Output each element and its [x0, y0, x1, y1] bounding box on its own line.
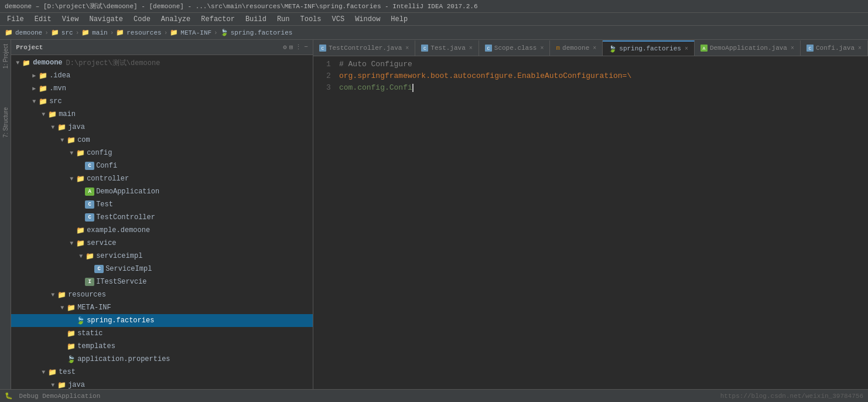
- menu-help[interactable]: Help: [386, 14, 412, 25]
- arrow-config: ▼: [67, 150, 76, 156]
- tree-path-demoone: D:\project\测试\demoone: [66, 58, 160, 68]
- tree-label-serviceimpl: serviceimpl: [96, 252, 142, 260]
- menu-edit[interactable]: Edit: [30, 14, 56, 25]
- tree-item-controller[interactable]: ▼ 📁 controller: [11, 172, 313, 185]
- expand-icon[interactable]: ⊞: [289, 43, 293, 51]
- tree-item-mvn[interactable]: ▶ 📁 .mvn: [11, 82, 313, 95]
- breadcrumb-sep2: ›: [76, 29, 80, 36]
- minimize-icon[interactable]: −: [304, 43, 308, 51]
- editor-content[interactable]: 1 2 3 # Auto Configure org.springframewo…: [313, 56, 868, 389]
- tree-item-templates[interactable]: 📁 templates: [11, 340, 313, 353]
- tab-label-scope: Scope.class: [494, 45, 537, 52]
- breadcrumb-sep3: ›: [110, 29, 114, 36]
- breadcrumb-main[interactable]: main: [92, 29, 107, 36]
- properties-icon-application: 🍃: [66, 355, 76, 364]
- app-icon-demoapplication: A: [85, 188, 94, 196]
- menu-refactor[interactable]: Refactor: [196, 14, 240, 25]
- tree-label-com: com: [77, 136, 90, 144]
- folder-icon-test: 📁: [47, 368, 57, 377]
- breadcrumb-resources[interactable]: resources: [127, 29, 161, 36]
- tree-item-example-demoone[interactable]: 📁 example.demoone: [11, 224, 313, 237]
- gear-icon[interactable]: ⚙: [283, 43, 287, 51]
- tree-item-confi[interactable]: C Confi: [11, 159, 313, 172]
- tree-item-java[interactable]: ▼ 📁 java: [11, 121, 313, 134]
- tree-item-config[interactable]: ▼ 📁 config: [11, 147, 313, 159]
- arrow-test: ▼: [39, 369, 47, 376]
- tree-label-itestservice: ITestServcie: [96, 278, 146, 286]
- menu-tools[interactable]: Tools: [296, 14, 326, 25]
- tab-confi[interactable]: C Confi.java ×: [801, 40, 868, 56]
- folder-icon-java: 📁: [57, 123, 66, 132]
- tree-item-test-java[interactable]: ▼ 📁 java: [11, 379, 313, 389]
- tree-item-testcontroller[interactable]: C TestController: [11, 211, 313, 224]
- folder-icon-metainf: 📁: [66, 304, 76, 312]
- menu-view[interactable]: View: [57, 14, 84, 25]
- tree-label-idea: .idea: [49, 71, 70, 80]
- breadcrumb-src[interactable]: src: [61, 29, 73, 36]
- title-text: demoone – [D:\project\测试\demoone] - [dem…: [5, 2, 478, 11]
- breadcrumb-icon-resources: 📁: [116, 29, 124, 36]
- tree-item-metainf[interactable]: ▼ 📁 META-INF: [11, 301, 313, 314]
- tab-close-spring-factories[interactable]: ×: [685, 46, 688, 52]
- tree-label-metainf: META-INF: [77, 304, 111, 312]
- tab-demoone-module[interactable]: m demoone ×: [550, 40, 603, 56]
- sidebar-icon-project[interactable]: 1: Project: [2, 42, 9, 70]
- menu-build[interactable]: Build: [241, 14, 271, 25]
- menu-navigate[interactable]: Navigate: [84, 14, 128, 25]
- tree-item-test[interactable]: ▼ 📁 test: [11, 366, 313, 379]
- tree-item-serviceimpl[interactable]: ▼ 📁 serviceimpl: [11, 250, 313, 263]
- folder-icon-resources: 📁: [57, 291, 66, 299]
- tab-testcontroller[interactable]: C TestController.java ×: [313, 40, 415, 56]
- tab-close-demoone-module[interactable]: ×: [593, 45, 596, 52]
- tab-close-test[interactable]: ×: [469, 45, 473, 52]
- tab-demoapplication[interactable]: A DemoApplication.java ×: [695, 40, 801, 56]
- tree-item-demoapplication[interactable]: A DemoApplication: [11, 185, 313, 198]
- tree-item-demoone[interactable]: ▼ 📁 demoone D:\project\测试\demoone: [11, 56, 313, 69]
- tab-scope[interactable]: C Scope.class ×: [479, 40, 551, 56]
- tab-close-testcontroller[interactable]: ×: [405, 45, 409, 52]
- tab-close-confi[interactable]: ×: [858, 45, 862, 52]
- tree-item-serviceimpl-class[interactable]: C ServiceImpl: [11, 263, 313, 275]
- tree-item-service[interactable]: ▼ 📁 service: [11, 237, 313, 250]
- menu-code[interactable]: Code: [129, 14, 155, 25]
- tab-test[interactable]: C Test.java ×: [415, 40, 479, 56]
- sidebar-icon-structure[interactable]: 7: Structure: [2, 105, 9, 139]
- code-content[interactable]: # Auto Configure org.springframework.boo…: [337, 59, 868, 387]
- settings-icon[interactable]: ⋮: [295, 43, 302, 51]
- arrow-mvn: ▶: [30, 85, 38, 92]
- tree-label-service: service: [87, 239, 116, 247]
- menu-vcs[interactable]: VCS: [327, 14, 350, 25]
- tree-item-test-class[interactable]: C Test: [11, 198, 313, 211]
- breadcrumb-metainf[interactable]: META-INF: [180, 29, 211, 36]
- menu-analyze[interactable]: Analyze: [156, 14, 195, 25]
- tab-close-scope[interactable]: ×: [540, 45, 544, 52]
- tree-item-com[interactable]: ▼ 📁 com: [11, 134, 313, 147]
- breadcrumb-spring-factories[interactable]: spring.factories: [231, 29, 293, 36]
- menu-file[interactable]: File: [2, 14, 29, 25]
- title-bar: demoone – [D:\project\测试\demoone] - [dem…: [0, 0, 868, 13]
- interface-icon-itestservice: I: [85, 278, 94, 286]
- tree-item-idea[interactable]: ▶ 📁 .idea: [11, 69, 313, 82]
- editor-area: C TestController.java × C Test.java × C …: [313, 40, 868, 389]
- code-line-1: # Auto Configure: [339, 59, 868, 70]
- bottom-bar-debug-label: Debug DemoApplication: [19, 393, 101, 400]
- tab-spring-factories[interactable]: 🍃 spring.factories ×: [603, 40, 695, 56]
- tree-item-src[interactable]: ▼ 📁 src: [11, 95, 313, 108]
- tree-item-resources[interactable]: ▼ 📁 resources: [11, 288, 313, 301]
- menu-run[interactable]: Run: [272, 14, 295, 25]
- folder-icon-templates: 📁: [66, 342, 76, 351]
- menu-window[interactable]: Window: [350, 14, 385, 25]
- breadcrumb-demoone[interactable]: demoone: [15, 29, 42, 36]
- tree-item-spring-factories[interactable]: 🍃 spring.factories: [11, 314, 313, 327]
- arrow-idea: ▶: [30, 72, 38, 79]
- line-numbers: 1 2 3: [313, 59, 337, 387]
- tree-item-application-properties[interactable]: 🍃 application.properties: [11, 353, 313, 366]
- class-icon-testcontroller: C: [85, 213, 94, 222]
- tree-item-main[interactable]: ▼ 📁 main: [11, 108, 313, 121]
- tab-close-demoapplication[interactable]: ×: [791, 45, 794, 52]
- tree-item-itestservice[interactable]: I ITestServcie: [11, 275, 313, 288]
- tree-item-static[interactable]: 📁 static: [11, 327, 313, 340]
- menu-bar: File Edit View Navigate Code Analyze Ref…: [0, 13, 868, 26]
- arrow-metainf: ▼: [58, 305, 66, 311]
- cursor: [412, 84, 414, 92]
